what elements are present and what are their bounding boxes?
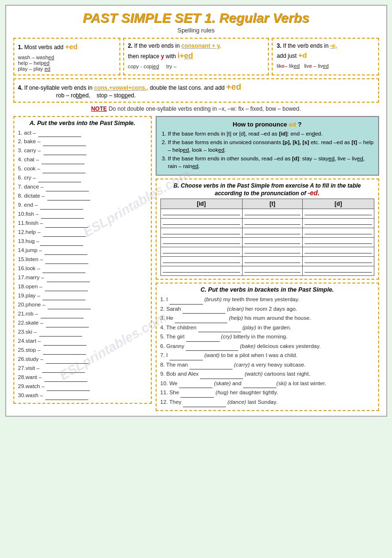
list-item: 1. act – [18, 128, 147, 137]
list-item: 3. He (help) his mum around the house. [160, 314, 374, 323]
list-item: 29.watch – [18, 382, 147, 391]
list-item: 5. The girl (cry) bitterly in the mornin… [160, 332, 374, 342]
table-row [160, 218, 374, 228]
rule1-box: 1. Most verbs add +ed wash – washed help… [13, 38, 120, 75]
list-item: 20.phone – [18, 300, 147, 309]
pronounce-rules: If the base form ends in [t] or [d], rea… [160, 130, 374, 170]
note-line: NOTE Do not double one-syllable verbs en… [13, 105, 379, 112]
col-id: [id] [160, 199, 242, 209]
exercise-a-box: A. Put the verbs into the Past Simple. 1… [13, 116, 152, 404]
rule4-cons: cons.+vowel+cons., [94, 84, 148, 91]
rules-row1: 1. Most verbs add +ed wash – washed help… [13, 38, 379, 75]
verb-list: 1. act – 2. bake – 3. carry – 4. chat – … [18, 128, 147, 400]
rule3-num: 3. [276, 42, 281, 49]
pronounce-rule1: If the base form ends in [t] or [d], rea… [168, 130, 374, 137]
list-item: 19.play – [18, 291, 147, 300]
list-item: 28.want – [18, 373, 147, 382]
exercise-c-title: C. Put the verbs in brackets in the Past… [160, 286, 374, 293]
exercise-b-title: B. Choose verbs in the Past Simple from … [160, 182, 374, 197]
table-row [160, 266, 374, 275]
list-item: 21.rob – [18, 309, 147, 318]
list-item: 2. bake – [18, 137, 147, 146]
list-item: 7. I (want) to be a pilot when I was a c… [160, 351, 374, 360]
list-item: 30.wash – [18, 391, 147, 400]
rule4-examples: rob – robbed, stop – stopped. [56, 92, 136, 99]
list-item: 9. end – [18, 200, 147, 210]
rule4-text: If one-syllable verb ends in [24, 84, 94, 91]
list-item: 22.skate – [18, 318, 147, 327]
note-text: Do not double one-syllable verbs ending … [108, 105, 301, 112]
list-item: 1. I (brush) my teeth three times yester… [160, 295, 374, 305]
list-item: 18.open – [18, 282, 147, 291]
note-word: NOTE [91, 105, 107, 112]
rule4-plused: +ed [226, 82, 242, 92]
pronounce-rule2: If the base forms ends in unvoiced conso… [168, 138, 374, 154]
right-col: How to pronounce ed ? If the base form e… [156, 116, 379, 411]
pronounce-box: How to pronounce ed ? If the base form e… [156, 116, 379, 176]
list-item: 4. The children (play) in the garden. [160, 323, 374, 333]
rule1-num: 1. [18, 44, 23, 51]
rule1-highlight: +ed [65, 42, 77, 51]
list-item: 12. They (dance) last Sunday. [160, 398, 374, 407]
list-item: 6. cry – [18, 173, 147, 182]
rule3-box: 3. If the verb ends in -e, add just +d l… [272, 38, 379, 75]
rule1-examples: wash – washed help – helped play – play … [18, 54, 116, 72]
rule2-yed: i+ed [178, 52, 193, 60]
col-t: [t] [242, 199, 303, 209]
list-item: 3. carry – [18, 146, 147, 155]
list-item: 23.ski – [18, 327, 147, 337]
pronounce-ed: ed [289, 121, 296, 128]
rule2-examples: copy - copied try – [128, 63, 265, 69]
rule2-text2: then replace [128, 53, 161, 60]
exercise-b-box: B. Choose verbs in the Past Simple from … [156, 179, 379, 280]
table-row [160, 247, 374, 256]
rule2-num: 2. [128, 42, 133, 49]
rule3-examples: like– liked live – lived [276, 63, 374, 69]
list-item: 11. She (hug) her daughter tightly. [160, 388, 374, 398]
rule3-text2: add just [276, 53, 298, 59]
exercise-c-box: C. Put the verbs in brackets in the Past… [156, 283, 379, 411]
table-row [160, 237, 374, 247]
list-item: 2. Sarah (clean) her room 2 days ago. [160, 305, 374, 314]
rule3-text: If the verb ends in [283, 42, 330, 49]
list-item: 7. dance – [18, 182, 147, 191]
rule2-consonanty: consonant + y, [181, 42, 221, 49]
pronounce-q: ? [298, 121, 302, 128]
exercise-b-ed: -ed. [307, 189, 319, 197]
list-item: 24.start – [18, 337, 147, 346]
exercise-a-title: A. Put the verbs into the Past Simple. [18, 120, 147, 126]
list-item: 10.fish – [18, 210, 147, 219]
rule4-text2: double the last cons. and add [150, 84, 226, 91]
list-item: 16.look – [18, 264, 147, 273]
list-item: 15.listen – [18, 255, 147, 264]
main-title: PAST SIMPLE SET 1. Regular Verbs [13, 11, 379, 26]
exercise-a-col: A. Put the verbs into the Past Simple. 1… [13, 116, 152, 411]
bottom-section: A. Put the verbs into the Past Simple. 1… [13, 116, 379, 411]
list-item: 17.marry – [18, 273, 147, 282]
list-item: 25.stop – [18, 346, 147, 355]
pronounce-title: How to pronounce ed ? [160, 121, 374, 128]
rule3-e: -e, [330, 42, 337, 49]
rule3-plusd: +d [298, 51, 307, 59]
list-item: 8. The man (carry) a very heavy suitcase… [160, 360, 374, 370]
list-item: 14.jump – [18, 246, 147, 255]
rule4-box: 4. If one-syllable verb ends in cons.+vo… [13, 78, 379, 103]
list-item: 8. dictate – [18, 191, 147, 200]
list-item: 5. cook – [18, 164, 147, 173]
table-row [160, 209, 374, 218]
pronunciation-table: [id] [t] [d] [160, 199, 374, 276]
list-item: 6. Granny (bake) delicious cakes yesterd… [160, 342, 374, 351]
rule2-y: y [161, 53, 164, 60]
rule1-text: Most verbs add [24, 44, 64, 51]
list-item: 13.hug – [18, 237, 147, 246]
list-item: 9. Bob and Alex (watch) cartoons last ni… [160, 369, 374, 379]
list-item: 26.study – [18, 355, 147, 364]
pronounce-rule3: If the base form ends in other sounds, r… [168, 155, 374, 170]
list-item: 11.finish – [18, 219, 147, 228]
rule2-text1: If the verb ends in [134, 42, 181, 49]
rule4-num: 4. [18, 84, 23, 91]
subtitle: Spelling rules [13, 27, 379, 34]
rule2-box: 2. If the verb ends in consonant + y, th… [123, 38, 269, 75]
table-row [160, 228, 374, 237]
col-d: [d] [303, 199, 374, 209]
